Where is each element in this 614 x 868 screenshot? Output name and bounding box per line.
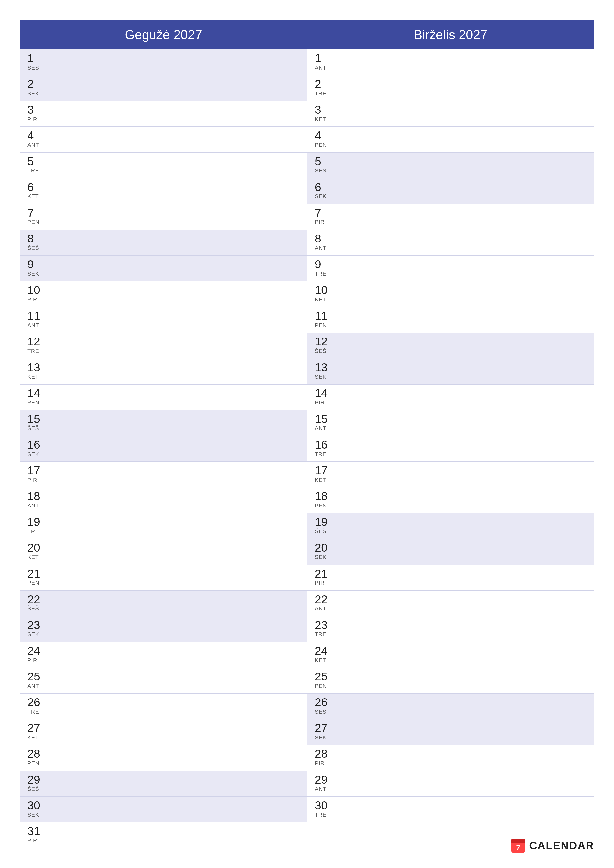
right-day-cell: 25PEN bbox=[307, 668, 594, 694]
table-row: 17PIR17KET bbox=[20, 462, 594, 487]
day-number: 19 bbox=[315, 516, 587, 528]
day-number: 15 bbox=[28, 413, 299, 425]
right-day-cell: 2TRE bbox=[307, 75, 594, 101]
right-day-cell: 14PIR bbox=[307, 384, 594, 410]
day-name: PEN bbox=[28, 219, 299, 225]
left-month-header: Gegužė 2027 bbox=[20, 20, 307, 49]
table-row: 24PIR24KET bbox=[20, 642, 594, 668]
day-number: 7 bbox=[315, 207, 587, 219]
day-number: 29 bbox=[315, 773, 587, 786]
day-name: ŠEŠ bbox=[28, 786, 299, 792]
left-day-cell: 23SEK bbox=[20, 616, 307, 642]
day-number: 28 bbox=[28, 747, 299, 760]
right-day-cell: 18PEN bbox=[307, 487, 594, 513]
table-row: 25ANT25PEN bbox=[20, 668, 594, 694]
day-name: PEN bbox=[28, 580, 299, 586]
day-number: 22 bbox=[315, 593, 587, 606]
day-name: PIR bbox=[315, 760, 587, 767]
day-name: PIR bbox=[315, 399, 587, 406]
day-number: 14 bbox=[315, 387, 587, 400]
day-number: 11 bbox=[28, 310, 299, 322]
day-number: 5 bbox=[315, 155, 587, 168]
left-day-cell: 28PEN bbox=[20, 745, 307, 771]
day-name: TRE bbox=[315, 271, 587, 277]
left-day-cell: 18ANT bbox=[20, 487, 307, 513]
right-day-cell: 10KET bbox=[307, 281, 594, 307]
day-number: 7 bbox=[28, 207, 299, 219]
table-row: 11ANT11PEN bbox=[20, 307, 594, 333]
table-row: 23SEK23TRE bbox=[20, 616, 594, 642]
table-row: 27KET27SEK bbox=[20, 719, 594, 745]
day-number: 9 bbox=[315, 258, 587, 271]
table-row: 6KET6SEK bbox=[20, 178, 594, 204]
day-name: PIR bbox=[315, 580, 587, 586]
left-day-cell: 5TRE bbox=[20, 152, 307, 178]
right-day-cell: 15ANT bbox=[307, 410, 594, 436]
svg-text:7: 7 bbox=[516, 844, 520, 852]
day-name: TRE bbox=[28, 348, 299, 354]
left-day-cell: 4ANT bbox=[20, 127, 307, 152]
day-name: KET bbox=[28, 193, 299, 200]
day-name: PIR bbox=[28, 296, 299, 303]
right-day-cell: 13SEK bbox=[307, 358, 594, 384]
day-number: 24 bbox=[28, 645, 299, 657]
calendar-table: Gegužė 2027 Birželis 2027 1ŠEŠ1ANT2SEK2T… bbox=[20, 20, 594, 848]
table-row: 21PEN21PIR bbox=[20, 565, 594, 591]
left-day-cell: 3PIR bbox=[20, 101, 307, 127]
day-number: 2 bbox=[315, 78, 587, 90]
table-row: 13KET13SEK bbox=[20, 358, 594, 384]
day-name: ANT bbox=[315, 786, 587, 792]
day-number: 25 bbox=[315, 670, 587, 683]
day-number: 12 bbox=[315, 335, 587, 348]
calendar-logo-icon: 7 bbox=[511, 838, 525, 853]
day-number: 10 bbox=[28, 284, 299, 296]
day-name: ANT bbox=[28, 683, 299, 689]
left-day-cell: 11ANT bbox=[20, 307, 307, 333]
day-number: 24 bbox=[315, 645, 587, 657]
day-number: 21 bbox=[315, 567, 587, 580]
right-day-cell: 20SEK bbox=[307, 539, 594, 565]
table-row: 12TRE12ŠEŠ bbox=[20, 333, 594, 358]
left-day-cell: 2SEK bbox=[20, 75, 307, 101]
day-number: 23 bbox=[315, 619, 587, 631]
right-day-cell: 29ANT bbox=[307, 771, 594, 797]
day-number: 2 bbox=[28, 78, 299, 90]
day-name: PEN bbox=[315, 322, 587, 329]
left-day-cell: 7PEN bbox=[20, 204, 307, 229]
day-number: 1 bbox=[315, 52, 587, 65]
left-day-cell: 16SEK bbox=[20, 436, 307, 462]
day-name: ŠEŠ bbox=[315, 708, 587, 715]
day-name: SEK bbox=[315, 193, 587, 200]
right-day-cell: 17KET bbox=[307, 462, 594, 487]
day-name: ŠEŠ bbox=[28, 65, 299, 71]
left-day-cell: 13KET bbox=[20, 358, 307, 384]
day-name: KET bbox=[28, 554, 299, 560]
right-month-header: Birželis 2027 bbox=[307, 20, 594, 49]
day-name: PEN bbox=[315, 683, 587, 689]
day-number: 16 bbox=[315, 439, 587, 451]
day-number: 11 bbox=[315, 310, 587, 322]
day-name: PEN bbox=[28, 399, 299, 406]
day-number: 13 bbox=[28, 361, 299, 374]
day-number: 26 bbox=[315, 696, 587, 708]
day-number: 6 bbox=[28, 181, 299, 194]
table-row: 16SEK16TRE bbox=[20, 436, 594, 462]
day-name: KET bbox=[315, 296, 587, 303]
day-name: SEK bbox=[315, 554, 587, 560]
day-number: 4 bbox=[315, 129, 587, 142]
day-number: 31 bbox=[28, 825, 299, 837]
table-row: 2SEK2TRE bbox=[20, 75, 594, 101]
day-number: 19 bbox=[28, 516, 299, 528]
right-day-cell: 8ANT bbox=[307, 229, 594, 255]
left-day-cell: 30SEK bbox=[20, 797, 307, 822]
left-day-cell: 26TRE bbox=[20, 694, 307, 719]
right-day-cell: 16TRE bbox=[307, 436, 594, 462]
page: Gegužė 2027 Birželis 2027 1ŠEŠ1ANT2SEK2T… bbox=[0, 0, 614, 868]
table-row: 3PIR3KET bbox=[20, 101, 594, 127]
left-day-cell: 8ŠEŠ bbox=[20, 229, 307, 255]
right-day-cell: 5ŠEŠ bbox=[307, 152, 594, 178]
day-name: ANT bbox=[315, 606, 587, 612]
day-number: 15 bbox=[315, 413, 587, 425]
left-day-cell: 21PEN bbox=[20, 565, 307, 591]
day-name: SEK bbox=[28, 812, 299, 818]
